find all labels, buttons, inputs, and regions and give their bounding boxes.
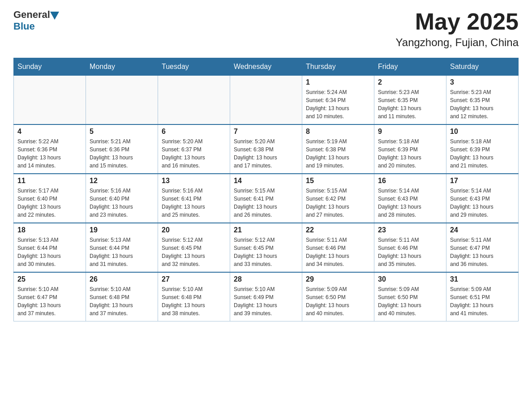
- day-number: 27: [162, 275, 226, 283]
- calendar-cell: 30Sunrise: 5:09 AMSunset: 6:50 PMDayligh…: [374, 272, 446, 321]
- calendar-cell: 13Sunrise: 5:16 AMSunset: 6:41 PMDayligh…: [158, 174, 230, 223]
- calendar-cell: [14, 76, 86, 125]
- day-number: 5: [90, 128, 154, 136]
- day-number: 1: [306, 78, 370, 86]
- day-number: 10: [450, 128, 515, 136]
- day-number: 31: [450, 275, 515, 283]
- calendar-cell: 24Sunrise: 5:11 AMSunset: 6:47 PMDayligh…: [446, 223, 519, 272]
- col-thursday: Thursday: [302, 58, 374, 76]
- day-number: 2: [378, 78, 442, 86]
- day-number: 17: [450, 177, 515, 185]
- logo-general-text: General: [13, 9, 50, 21]
- day-info: Sunrise: 5:12 AMSunset: 6:45 PMDaylight:…: [234, 236, 298, 268]
- calendar-cell: 2Sunrise: 5:23 AMSunset: 6:35 PMDaylight…: [374, 76, 446, 125]
- calendar-cell: 27Sunrise: 5:10 AMSunset: 6:48 PMDayligh…: [158, 272, 230, 321]
- day-info: Sunrise: 5:20 AMSunset: 6:37 PMDaylight:…: [162, 137, 226, 170]
- calendar-title: May 2025: [396, 9, 519, 34]
- day-number: 11: [17, 177, 82, 185]
- calendar-cell: 8Sunrise: 5:19 AMSunset: 6:38 PMDaylight…: [302, 124, 374, 174]
- day-number: 3: [450, 78, 515, 86]
- day-number: 30: [378, 275, 442, 283]
- day-number: 6: [162, 128, 226, 136]
- day-number: 16: [378, 177, 442, 185]
- calendar-cell: 15Sunrise: 5:15 AMSunset: 6:42 PMDayligh…: [302, 174, 374, 223]
- day-info: Sunrise: 5:15 AMSunset: 6:42 PMDaylight:…: [306, 187, 370, 219]
- calendar-week-1: 1Sunrise: 5:24 AMSunset: 6:34 PMDaylight…: [14, 76, 519, 125]
- day-info: Sunrise: 5:09 AMSunset: 6:50 PMDaylight:…: [378, 285, 442, 317]
- day-number: 20: [162, 226, 226, 234]
- day-info: Sunrise: 5:14 AMSunset: 6:43 PMDaylight:…: [450, 187, 515, 219]
- day-number: 8: [306, 128, 370, 136]
- day-number: 25: [17, 275, 82, 283]
- logo: General Blue: [13, 9, 59, 32]
- calendar-cell: 20Sunrise: 5:12 AMSunset: 6:45 PMDayligh…: [158, 223, 230, 272]
- day-info: Sunrise: 5:10 AMSunset: 6:47 PMDaylight:…: [17, 285, 82, 317]
- day-number: 29: [306, 275, 370, 283]
- day-number: 28: [234, 275, 298, 283]
- col-wednesday: Wednesday: [230, 58, 302, 76]
- logo-triangle-icon: [50, 12, 59, 20]
- day-number: 15: [306, 177, 370, 185]
- logo-blue-text: Blue: [13, 21, 59, 32]
- day-number: 9: [378, 128, 442, 136]
- day-number: 26: [90, 275, 154, 283]
- day-number: 4: [17, 128, 82, 136]
- day-info: Sunrise: 5:21 AMSunset: 6:36 PMDaylight:…: [90, 137, 154, 170]
- day-number: 7: [234, 128, 298, 136]
- calendar-cell: 10Sunrise: 5:18 AMSunset: 6:39 PMDayligh…: [446, 124, 519, 174]
- calendar-cell: 4Sunrise: 5:22 AMSunset: 6:36 PMDaylight…: [14, 124, 86, 174]
- calendar-cell: 14Sunrise: 5:15 AMSunset: 6:41 PMDayligh…: [230, 174, 302, 223]
- calendar-cell: [86, 76, 158, 125]
- day-number: 19: [90, 226, 154, 234]
- day-number: 13: [162, 177, 226, 185]
- day-number: 22: [306, 226, 370, 234]
- calendar-cell: 31Sunrise: 5:09 AMSunset: 6:51 PMDayligh…: [446, 272, 519, 321]
- calendar-cell: [230, 76, 302, 125]
- col-monday: Monday: [86, 58, 158, 76]
- day-info: Sunrise: 5:18 AMSunset: 6:39 PMDaylight:…: [378, 137, 442, 170]
- day-info: Sunrise: 5:10 AMSunset: 6:48 PMDaylight:…: [90, 285, 154, 317]
- col-sunday: Sunday: [14, 58, 86, 76]
- day-info: Sunrise: 5:23 AMSunset: 6:35 PMDaylight:…: [378, 88, 442, 120]
- day-info: Sunrise: 5:13 AMSunset: 6:44 PMDaylight:…: [17, 236, 82, 268]
- day-info: Sunrise: 5:12 AMSunset: 6:45 PMDaylight:…: [162, 236, 226, 268]
- day-info: Sunrise: 5:20 AMSunset: 6:38 PMDaylight:…: [234, 137, 298, 170]
- day-info: Sunrise: 5:17 AMSunset: 6:40 PMDaylight:…: [17, 187, 82, 219]
- day-info: Sunrise: 5:11 AMSunset: 6:46 PMDaylight:…: [306, 236, 370, 268]
- calendar-cell: 26Sunrise: 5:10 AMSunset: 6:48 PMDayligh…: [86, 272, 158, 321]
- calendar-cell: 19Sunrise: 5:13 AMSunset: 6:44 PMDayligh…: [86, 223, 158, 272]
- day-info: Sunrise: 5:10 AMSunset: 6:48 PMDaylight:…: [162, 285, 226, 317]
- day-number: 23: [378, 226, 442, 234]
- day-info: Sunrise: 5:14 AMSunset: 6:43 PMDaylight:…: [378, 187, 442, 219]
- calendar-cell: 11Sunrise: 5:17 AMSunset: 6:40 PMDayligh…: [14, 174, 86, 223]
- calendar-cell: 28Sunrise: 5:10 AMSunset: 6:49 PMDayligh…: [230, 272, 302, 321]
- col-friday: Friday: [374, 58, 446, 76]
- day-info: Sunrise: 5:18 AMSunset: 6:39 PMDaylight:…: [450, 137, 515, 170]
- day-info: Sunrise: 5:11 AMSunset: 6:46 PMDaylight:…: [378, 236, 442, 268]
- calendar-cell: 21Sunrise: 5:12 AMSunset: 6:45 PMDayligh…: [230, 223, 302, 272]
- day-number: 14: [234, 177, 298, 185]
- day-info: Sunrise: 5:11 AMSunset: 6:47 PMDaylight:…: [450, 236, 515, 268]
- day-info: Sunrise: 5:15 AMSunset: 6:41 PMDaylight:…: [234, 187, 298, 219]
- calendar-cell: 7Sunrise: 5:20 AMSunset: 6:38 PMDaylight…: [230, 124, 302, 174]
- calendar-table: Sunday Monday Tuesday Wednesday Thursday…: [13, 58, 519, 321]
- calendar-cell: 23Sunrise: 5:11 AMSunset: 6:46 PMDayligh…: [374, 223, 446, 272]
- day-number: 24: [450, 226, 515, 234]
- calendar-cell: 12Sunrise: 5:16 AMSunset: 6:40 PMDayligh…: [86, 174, 158, 223]
- day-info: Sunrise: 5:16 AMSunset: 6:41 PMDaylight:…: [162, 187, 226, 219]
- day-number: 21: [234, 226, 298, 234]
- day-info: Sunrise: 5:22 AMSunset: 6:36 PMDaylight:…: [17, 137, 82, 170]
- day-info: Sunrise: 5:09 AMSunset: 6:51 PMDaylight:…: [450, 285, 515, 317]
- calendar-cell: 1Sunrise: 5:24 AMSunset: 6:34 PMDaylight…: [302, 76, 374, 125]
- day-number: 18: [17, 226, 82, 234]
- calendar-cell: 6Sunrise: 5:20 AMSunset: 6:37 PMDaylight…: [158, 124, 230, 174]
- calendar-header-row: Sunday Monday Tuesday Wednesday Thursday…: [14, 58, 519, 76]
- calendar-cell: 16Sunrise: 5:14 AMSunset: 6:43 PMDayligh…: [374, 174, 446, 223]
- calendar-cell: [158, 76, 230, 125]
- day-info: Sunrise: 5:09 AMSunset: 6:50 PMDaylight:…: [306, 285, 370, 317]
- calendar-cell: 25Sunrise: 5:10 AMSunset: 6:47 PMDayligh…: [14, 272, 86, 321]
- day-info: Sunrise: 5:19 AMSunset: 6:38 PMDaylight:…: [306, 137, 370, 170]
- day-info: Sunrise: 5:24 AMSunset: 6:34 PMDaylight:…: [306, 88, 370, 120]
- calendar-cell: 17Sunrise: 5:14 AMSunset: 6:43 PMDayligh…: [446, 174, 519, 223]
- day-info: Sunrise: 5:16 AMSunset: 6:40 PMDaylight:…: [90, 187, 154, 219]
